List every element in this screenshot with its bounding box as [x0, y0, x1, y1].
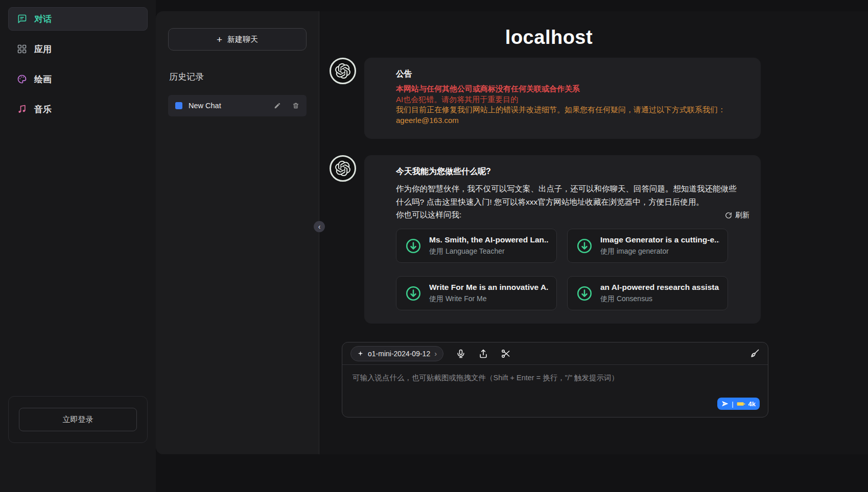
upload-button[interactable]: [478, 349, 488, 359]
sidebar-item-label: 音乐: [34, 104, 52, 115]
history-item-title: New Chat: [189, 102, 268, 110]
welcome-message: 今天我能为您做些什么呢? 作为你的智慧伙伴，我不仅可以写文案、出点子，还可以和你…: [330, 155, 768, 324]
send-button[interactable]: | 4k: [717, 398, 760, 410]
model-selector[interactable]: o1-mini-2024-09-12 ›: [350, 346, 443, 361]
message-input[interactable]: [342, 365, 768, 398]
battery-icon: [737, 401, 745, 407]
new-chat-label: 新建聊天: [227, 35, 258, 44]
suggestion-subtitle: 使用 Language Teacher: [429, 247, 548, 256]
sidebar-item-label: 对话: [34, 13, 52, 25]
chat-main: localhost 公告 本网站与任何其他公司或商标没有任何关联或合作关系 AI…: [319, 11, 868, 454]
chat-bubble-icon: [17, 14, 27, 24]
sidebar-item-chat[interactable]: 对话: [8, 7, 148, 31]
suggestion-card[interactable]: Image Generator is a cutting-e... 使用 ima…: [567, 229, 728, 263]
chat-shell: + 新建聊天 历史记录 New Chat ‹ localhost 公告 本网站与…: [156, 11, 868, 454]
circle-arrow-down-icon: [405, 285, 422, 302]
suggestion-title: Write For Me is an innovative A...: [429, 283, 548, 292]
music-note-icon: [17, 104, 27, 114]
suggestion-card[interactable]: Ms. Smith, the AI-powered Lan... 使用 Lang…: [396, 229, 557, 263]
sidebar-item-apps[interactable]: 应用: [8, 37, 148, 61]
composer-footer: | 4k: [342, 398, 768, 417]
clear-context-button[interactable]: [749, 349, 760, 359]
suggestion-subtitle: 使用 image generator: [600, 247, 719, 256]
welcome-title: 今天我能为您做些什么呢?: [396, 166, 737, 177]
welcome-body: 作为你的智慧伙伴，我不仅可以写文案、出点子，还可以和你聊天、回答问题。想知道我还…: [396, 182, 737, 209]
announcement-line: 我们目前正在修复我们网站上的错误并改进细节。如果您有任何疑问，请通过以下方式联系…: [396, 105, 737, 115]
announcement-title: 公告: [396, 69, 737, 80]
apps-grid-icon: [17, 44, 27, 54]
announcement-line: 本网站与任何其他公司或商标没有任何关联或合作关系: [396, 84, 737, 94]
token-count: 4k: [748, 400, 756, 408]
suggestion-subtitle: 使用 Consensus: [600, 294, 719, 304]
composer: o1-mini-2024-09-12 › | 4k: [342, 342, 768, 417]
history-item[interactable]: New Chat: [168, 95, 307, 116]
announcement-message: 公告 本网站与任何其他公司或商标没有任何关联或合作关系 AI也会犯错。请勿将其用…: [330, 58, 768, 139]
palette-icon: [17, 74, 27, 84]
circle-arrow-down-icon: [576, 285, 593, 302]
sidebar-item-music[interactable]: 音乐: [8, 97, 148, 121]
suggestion-grid: Ms. Smith, the AI-powered Lan... 使用 Lang…: [396, 229, 728, 310]
send-plane-icon: [721, 400, 729, 407]
circle-arrow-down-icon: [576, 237, 593, 255]
sidebar-item-label: 应用: [34, 43, 52, 55]
openai-logo-icon: [335, 63, 350, 79]
assistant-avatar: [330, 155, 356, 182]
refresh-button[interactable]: 刷新: [725, 211, 749, 220]
chevron-left-icon: ‹: [318, 223, 321, 231]
edit-chat-icon[interactable]: [274, 102, 281, 109]
sparkle-icon: [357, 350, 364, 357]
sidebar-item-label: 绘画: [34, 73, 52, 85]
delete-chat-icon[interactable]: [292, 102, 299, 109]
send-divider: |: [732, 400, 733, 408]
announcement-line: AI也会犯错。请勿将其用于重要目的: [396, 94, 737, 105]
refresh-icon: [725, 212, 732, 219]
contact-email[interactable]: ageerle@163.com: [396, 115, 737, 126]
circle-arrow-down-icon: [405, 237, 422, 255]
history-panel: + 新建聊天 历史记录 New Chat: [156, 11, 319, 454]
suggestion-title: Ms. Smith, the AI-powered Lan...: [429, 235, 548, 244]
collapse-sidebar-button[interactable]: ‹: [314, 221, 325, 232]
openai-logo-icon: [335, 161, 350, 176]
login-panel: 立即登录: [8, 396, 148, 443]
refresh-label: 刷新: [735, 211, 749, 220]
page-title: localhost: [330, 27, 768, 48]
assistant-avatar: [330, 58, 356, 84]
history-section-label: 历史记录: [169, 71, 306, 83]
model-label: o1-mini-2024-09-12: [368, 350, 430, 358]
chat-color-swatch: [175, 102, 182, 109]
suggestion-title: Image Generator is a cutting-e...: [600, 235, 719, 244]
suggestion-card[interactable]: Write For Me is an innovative A... 使用 Wr…: [396, 276, 557, 310]
sidebar: 对话 应用 绘画 音乐 立即登录: [0, 0, 156, 492]
scissors-button[interactable]: [501, 349, 511, 359]
announcement-card: 公告 本网站与任何其他公司或商标没有任何关联或合作关系 AI也会犯错。请勿将其用…: [364, 58, 761, 139]
suggestion-title: an AI-powered research assista...: [600, 283, 719, 292]
plus-icon: +: [217, 35, 222, 44]
chevron-right-icon: ›: [434, 350, 437, 357]
suggestion-card[interactable]: an AI-powered research assista... 使用 Con…: [567, 276, 728, 310]
composer-toolbar: o1-mini-2024-09-12 ›: [342, 342, 768, 365]
microphone-button[interactable]: [456, 349, 466, 359]
login-button[interactable]: 立即登录: [19, 408, 137, 431]
sidebar-item-drawing[interactable]: 绘画: [8, 67, 148, 91]
suggestion-subtitle: 使用 Write For Me: [429, 294, 548, 304]
welcome-card: 今天我能为您做些什么呢? 作为你的智慧伙伴，我不仅可以写文案、出点子，还可以和你…: [364, 155, 761, 324]
ask-hint: 你也可以这样问我:: [396, 210, 461, 220]
new-chat-button[interactable]: + 新建聊天: [168, 28, 307, 51]
